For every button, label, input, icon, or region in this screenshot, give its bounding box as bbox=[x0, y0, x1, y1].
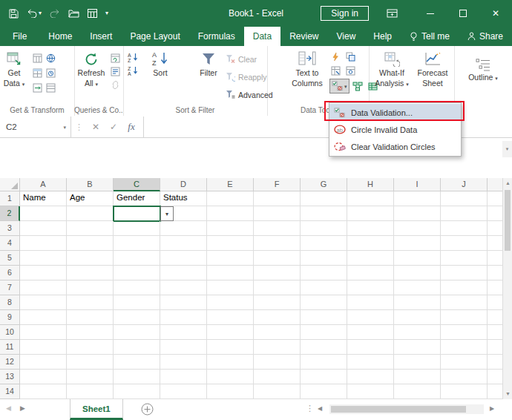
column-header-E[interactable]: E bbox=[207, 178, 254, 191]
tab-review[interactable]: Review bbox=[280, 27, 327, 46]
outline-button[interactable]: Outline ▾ bbox=[463, 53, 503, 82]
cell-C3[interactable] bbox=[114, 221, 160, 236]
redo-icon[interactable] bbox=[50, 9, 60, 18]
enter-check-icon[interactable]: ✓ bbox=[105, 122, 122, 132]
cell-A3[interactable] bbox=[20, 221, 67, 236]
scroll-up-icon[interactable]: ▲ bbox=[503, 178, 512, 188]
cell-D8[interactable] bbox=[160, 295, 207, 310]
cell-B4[interactable] bbox=[67, 236, 114, 251]
text-to-columns-button[interactable]: Text to Columns bbox=[288, 49, 326, 88]
horizontal-scroll-thumb[interactable] bbox=[331, 406, 466, 413]
cell-H2[interactable] bbox=[347, 206, 394, 221]
recent-sources-icon[interactable] bbox=[45, 67, 57, 79]
relationships-icon[interactable] bbox=[352, 80, 364, 92]
scroll-down-icon[interactable]: ▼ bbox=[503, 389, 512, 399]
cell-C5[interactable] bbox=[114, 251, 160, 266]
cell-F10[interactable] bbox=[254, 325, 301, 340]
tab-data[interactable]: Data bbox=[244, 27, 280, 46]
cell-B14[interactable] bbox=[67, 384, 114, 399]
open-folder-icon[interactable] bbox=[68, 9, 79, 18]
cell-I4[interactable] bbox=[394, 236, 441, 251]
cell-J4[interactable] bbox=[441, 236, 488, 251]
row-header-6[interactable]: 6 bbox=[0, 266, 20, 280]
cell-D5[interactable] bbox=[160, 251, 207, 266]
cell-I3[interactable] bbox=[394, 221, 441, 236]
cell-I9[interactable] bbox=[394, 310, 441, 325]
cell-A1[interactable]: Name bbox=[20, 191, 67, 206]
cell-F9[interactable] bbox=[254, 310, 301, 325]
close-button[interactable]: ✕ bbox=[479, 0, 512, 27]
cell-B11[interactable] bbox=[67, 340, 114, 355]
cell-G14[interactable] bbox=[301, 384, 347, 399]
from-table-icon[interactable] bbox=[31, 67, 44, 79]
row-header-9[interactable]: 9 bbox=[0, 310, 20, 325]
cell-D6[interactable] bbox=[160, 266, 207, 280]
cell-D1[interactable]: Status bbox=[160, 191, 207, 206]
cell-E5[interactable] bbox=[207, 251, 254, 266]
cell-J3[interactable] bbox=[441, 221, 488, 236]
row-header-3[interactable]: 3 bbox=[0, 221, 20, 236]
what-if-analysis-button[interactable]: What-If Analysis ▾ bbox=[373, 49, 410, 88]
cell-H12[interactable] bbox=[347, 355, 394, 370]
edit-links-icon[interactable] bbox=[109, 79, 122, 91]
cell-E2[interactable] bbox=[207, 206, 254, 221]
cell-D7[interactable] bbox=[160, 280, 207, 295]
menu-item-circle-invalid-data[interactable]: ab Circle Invalid Data bbox=[329, 121, 461, 138]
cell-E14[interactable] bbox=[207, 384, 254, 399]
cell-F12[interactable] bbox=[254, 355, 301, 370]
cell-I2[interactable] bbox=[394, 206, 441, 221]
cell-I1[interactable] bbox=[394, 191, 441, 206]
cell-D3[interactable] bbox=[160, 221, 207, 236]
cell-B2[interactable] bbox=[67, 206, 114, 221]
cell-H5[interactable] bbox=[347, 251, 394, 266]
ribbon-display-options-icon[interactable] bbox=[387, 8, 398, 19]
cell-I11[interactable] bbox=[394, 340, 441, 355]
cell-G8[interactable] bbox=[301, 295, 347, 310]
cell-I10[interactable] bbox=[394, 325, 441, 340]
flash-fill-icon[interactable] bbox=[329, 50, 342, 62]
formula-bar-handle[interactable]: ⋮ bbox=[71, 122, 87, 132]
cell-F7[interactable] bbox=[254, 280, 301, 295]
cell-F5[interactable] bbox=[254, 251, 301, 266]
existing-connections-icon[interactable] bbox=[31, 82, 44, 93]
cell-D9[interactable] bbox=[160, 310, 207, 325]
insert-function-icon[interactable]: fx bbox=[122, 121, 140, 133]
cell-F3[interactable] bbox=[254, 221, 301, 236]
row-header-14[interactable]: 14 bbox=[0, 384, 20, 399]
cell-F6[interactable] bbox=[254, 266, 301, 280]
cell-C12[interactable] bbox=[114, 355, 160, 370]
vertical-scroll-thumb[interactable] bbox=[505, 190, 511, 251]
cell-I6[interactable] bbox=[394, 266, 441, 280]
tab-scroll-divider[interactable]: ⋮ bbox=[306, 404, 314, 413]
cell-J7[interactable] bbox=[441, 280, 488, 295]
cell-H14[interactable] bbox=[347, 384, 394, 399]
sort-descending-icon[interactable]: ZA bbox=[127, 65, 140, 76]
cell-G3[interactable] bbox=[301, 221, 347, 236]
cell-F1[interactable] bbox=[254, 191, 301, 206]
cell-B12[interactable] bbox=[67, 355, 114, 370]
forecast-sheet-button[interactable]: Forecast Sheet bbox=[413, 49, 452, 88]
cell-A2[interactable] bbox=[20, 206, 67, 221]
customize-toolbar-icon[interactable]: ▾ bbox=[105, 10, 108, 16]
table-icon[interactable] bbox=[88, 9, 97, 18]
row-header-7[interactable]: 7 bbox=[0, 280, 20, 295]
row-header-2[interactable]: 2 bbox=[0, 206, 20, 221]
remove-duplicates-icon[interactable] bbox=[344, 50, 357, 62]
reapply-button[interactable]: Reapply bbox=[226, 70, 273, 84]
scroll-right-icon[interactable]: ▶ bbox=[490, 405, 494, 412]
cell-J1[interactable] bbox=[441, 191, 488, 206]
cell-C6[interactable] bbox=[114, 266, 160, 280]
cell-C14[interactable] bbox=[114, 384, 160, 399]
cell-G13[interactable] bbox=[301, 370, 347, 384]
cell-I8[interactable] bbox=[394, 295, 441, 310]
sheet-nav-right-icon[interactable]: ▶ bbox=[20, 404, 25, 412]
cell-G1[interactable] bbox=[301, 191, 347, 206]
cell-G4[interactable] bbox=[301, 236, 347, 251]
cell-F8[interactable] bbox=[254, 295, 301, 310]
sort-ascending-icon[interactable]: AZ bbox=[127, 51, 140, 63]
cell-J9[interactable] bbox=[441, 310, 488, 325]
cell-E13[interactable] bbox=[207, 370, 254, 384]
cell-G12[interactable] bbox=[301, 355, 347, 370]
cell-J11[interactable] bbox=[441, 340, 488, 355]
tab-insert[interactable]: Insert bbox=[81, 27, 121, 46]
